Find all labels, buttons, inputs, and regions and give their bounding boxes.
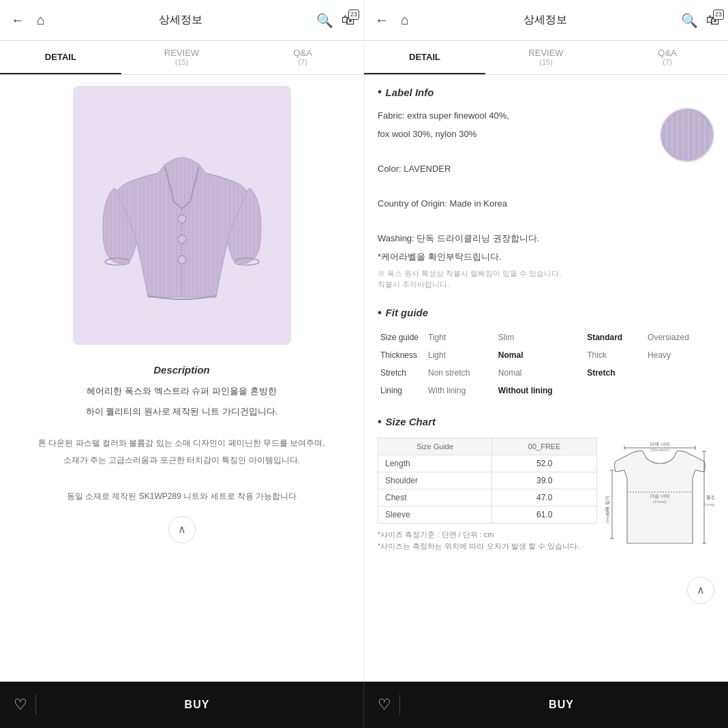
size-row-length: Length 52.0 [378,455,597,472]
search-button-left[interactable]: 🔍 [314,10,336,31]
scroll-up-button-left[interactable]: ∧ [168,516,196,543]
cart-count-left: 23 [348,10,359,20]
home-button-left[interactable]: ⌂ [34,10,48,31]
cart-button-left[interactable]: 🛍 23 [342,12,355,28]
description-text2: 하이 퀄리티의 원사로 제작된 니트 가디건입니다. [22,404,342,419]
fit-row-stretch: Stretch Non stretch Nomal Stretch [378,364,714,382]
size-chart-title: • Size Chart [378,416,714,428]
fit-row-size: Size guide Tight Slim Standard Oversiaze… [378,329,714,346]
tab-review-right[interactable]: REVIEW (15) [485,41,607,74]
right-nav-right: 🔍 🛍 23 [678,10,720,31]
bottom-left: ♡ BUY [0,682,364,728]
tab-detail-left[interactable]: DETAIL [0,41,121,74]
size-row-sleeve: Sleeve 61.0 [378,506,597,523]
fit-row-lining: Lining With lining Without lining [378,382,714,399]
bottom-bar: ♡ BUY ♡ BUY [0,682,728,728]
divider-left [35,695,36,715]
size-notes: *사이즈 측정기준 : 단면 / 단위 : cm *사이즈는 측정하는 위치에 … [378,529,597,553]
svg-rect-12 [661,109,713,161]
search-button-right[interactable]: 🔍 [678,10,701,31]
svg-text:(Chest): (Chest) [653,500,667,504]
top-bar: ← ⌂ 상세정보 🔍 🛍 23 ← ⌂ 상세정보 🔍 🛍 23 [0,0,728,41]
nav-title-right: 상세정보 [412,13,678,27]
cardigan-illustration [93,113,271,318]
buy-button-left[interactable]: BUY [44,699,350,711]
svg-point-5 [178,256,186,264]
right-tabs: DETAIL REVIEW (15) Q&A (7) [364,41,728,74]
svg-text:(Length): (Length) [703,502,714,506]
left-nav-right: 🔍 🛍 23 [314,10,355,31]
svg-point-4 [178,235,186,243]
right-nav: ← ⌂ 상세정보 🔍 🛍 23 [364,0,728,40]
label-info-title: • Label Info [378,86,714,98]
label-text: Fabric: extra super finewool 40%, fox wo… [378,108,646,265]
left-nav-left: ← ⌂ [8,10,48,31]
product-image [73,86,291,345]
bullet-icon: • [378,86,382,98]
tab-qa-right[interactable]: Q&A (7) [607,41,728,74]
description-text3: 톤 다운된 파스텔 컬러와 볼륨감 있는 소매 디자인이 페미닌한 무드를 보여… [22,437,342,450]
svg-text:어깨 너비: 어깨 너비 [650,442,670,446]
size-table-header: Size Guide 00_FREE [378,438,597,455]
fabric-swatch [660,108,714,162]
svg-point-3 [178,215,186,223]
size-row-chest: Chest 47.0 [378,489,597,506]
buy-button-right[interactable]: BUY [408,699,714,711]
fabric-texture-svg [661,109,713,161]
svg-text:총장: 총장 [706,495,714,500]
description-text4: 소재가 주는 고급스러움과 포근한 터치감이 특징인 아이템입니다. [22,454,342,467]
fit-guide-title: • Fit guide [378,307,714,319]
left-panel: Description 헤어리한 폭스와 엑스트라 슈퍼 파인울을 혼방한 하이… [0,75,364,682]
divider-right [399,695,400,715]
bullet-icon3: • [378,416,382,428]
fit-row-thickness: Thickness Light Nomal Thick Heavy [378,346,714,364]
tab-qa-left[interactable]: Q&A (7) [242,41,363,74]
left-tabs: DETAIL REVIEW (15) Q&A (7) [0,41,364,74]
tabs-bar: DETAIL REVIEW (15) Q&A (7) DETAIL REVIEW… [0,41,728,75]
cart-count-right: 23 [713,10,724,20]
description-text1: 헤어리한 폭스와 엑스트라 슈퍼 파인울을 혼방한 [22,384,342,399]
description-note: 동일 소재로 제작된 SK1WP289 니트와 세트로 착용 가능합니다 [22,491,342,502]
right-panel: • Label Info Fabric: extra super finewoo… [364,75,728,682]
bottom-right: ♡ BUY [364,682,728,728]
back-button-left[interactable]: ← [8,10,27,31]
fit-guide-table: Size guide Tight Slim Standard Oversiaze… [378,329,714,399]
svg-text:가슴 너비: 가슴 너비 [650,494,670,499]
fit-guide-section: • Fit guide Size guide Tight Slim Standa… [378,307,714,399]
size-table: Size Guide 00_FREE Length 52.0 Shoulder [378,438,597,524]
tab-review-left[interactable]: REVIEW (15) [121,41,243,74]
tab-detail-right[interactable]: DETAIL [364,41,485,74]
description-section: Description 헤어리한 폭스와 엑스트라 슈퍼 파인울을 혼방한 하이… [11,359,352,508]
svg-text:(Shoulder): (Shoulder) [650,448,669,452]
right-nav-left: ← ⌂ [372,10,412,31]
wishlist-button-left[interactable]: ♡ [14,696,27,714]
size-chart-table-wrap: Size Guide 00_FREE Length 52.0 Shoulder [378,438,597,563]
size-chart-section: • Size Chart Size Guide 00_FREE [378,416,714,563]
home-button-right[interactable]: ⌂ [398,10,412,31]
bullet-icon2: • [378,307,382,319]
svg-text:(Sleeve): (Sleeve) [605,508,609,523]
size-diagram: 어깨 너비 (Shoulder) 총장 (Length) 가슴 너비 (Ches… [605,438,714,563]
scroll-up-button-right[interactable]: ∧ [687,577,714,604]
size-row-shoulder: Shoulder 39.0 [378,472,597,489]
label-info-section: • Label Info Fabric: extra super finewoo… [378,86,714,290]
back-button-right[interactable]: ← [372,10,391,31]
cart-button-right[interactable]: 🛍 23 [706,12,720,28]
size-chart-content: Size Guide 00_FREE Length 52.0 Shoulder [378,438,714,563]
warning-text: ※ 폭스 원사 특성상 착붙시 털빠짐이 있을 수 있습니다. 착붙시 주의바랍… [378,268,714,290]
left-nav: ← ⌂ 상세정보 🔍 🛍 23 [0,0,364,40]
description-title: Description [22,364,342,376]
size-diagram-svg: 어깨 너비 (Shoulder) 총장 (Length) 가슴 너비 (Ches… [605,438,714,560]
main-content: Description 헤어리한 폭스와 엑스트라 슈퍼 파인울을 혼방한 하이… [0,75,728,682]
nav-title-left: 상세정보 [48,13,314,27]
wishlist-button-right[interactable]: ♡ [378,696,391,714]
